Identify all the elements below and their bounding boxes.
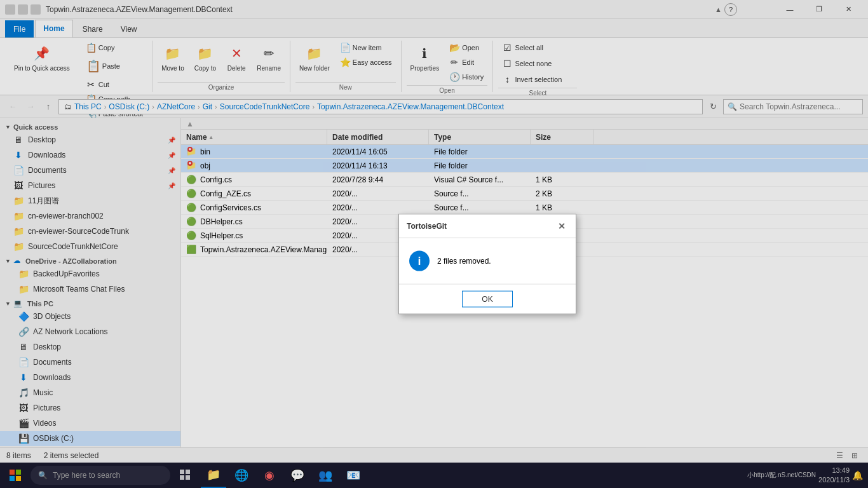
dialog-close-button[interactable]: ✕	[555, 220, 568, 233]
dialog-title-bar: TortoiseGit ✕	[399, 215, 576, 238]
tortoisegit-dialog: TortoiseGit ✕ i 2 files removed. OK	[398, 214, 576, 315]
dialog-overlay: TortoiseGit ✕ i 2 files removed. OK	[0, 0, 868, 488]
dialog-ok-button[interactable]: OK	[462, 291, 513, 308]
dialog-message: 2 files removed.	[437, 257, 491, 266]
dialog-footer: OK	[399, 284, 576, 314]
dialog-body: i 2 files removed.	[399, 238, 576, 284]
info-icon: i	[409, 251, 430, 271]
dialog-title-text: TortoiseGit	[407, 222, 447, 231]
